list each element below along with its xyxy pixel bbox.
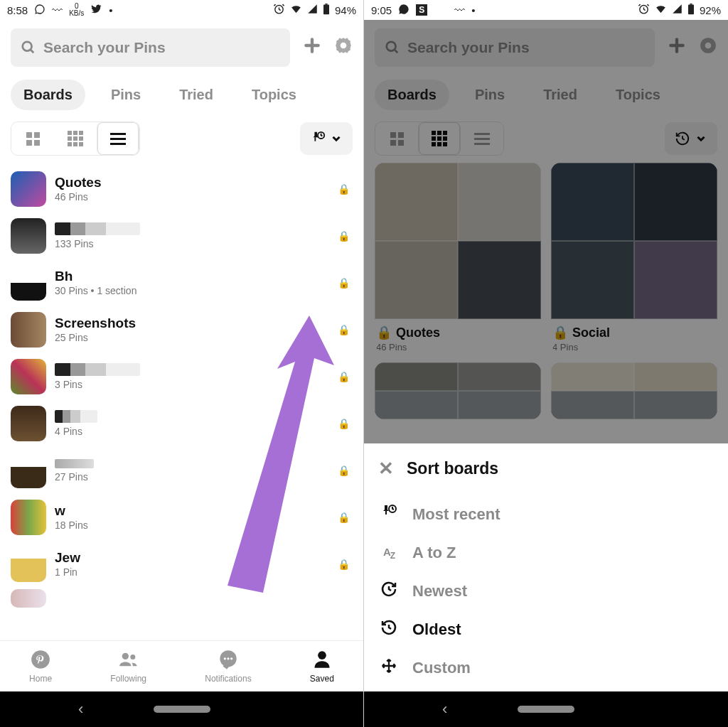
lock-icon: 🔒 [338,324,353,335]
list-item[interactable]: Jew1 Pin🔒 [11,541,353,588]
board-sub: 18 Pins [55,519,329,531]
svg-point-11 [224,657,226,659]
sheet-title: Sort boards [407,459,498,478]
close-button[interactable]: ✕ [378,458,394,480]
list-item[interactable]: w18 Pins🔒 [11,494,353,541]
nav-notifications[interactable]: Notifications [205,650,251,684]
twitter-icon [90,3,102,17]
tab-tried[interactable]: Tried [166,80,226,110]
clock-back-icon [378,619,400,640]
sort-label: Newest [412,582,467,601]
sort-option-most-recent[interactable]: Most recent [378,495,714,534]
list-item[interactable]: Bh30 Pins • 1 section🔒 [11,259,353,306]
redacted-title [55,363,140,376]
board-title: w [55,504,329,519]
nav-label: Following [110,674,146,684]
tab-pins[interactable]: Pins [98,80,154,110]
sort-option-oldest[interactable]: Oldest [378,610,714,649]
dot-icon: • [109,4,112,16]
pushpin-clock-icon [310,131,326,146]
app-icon: S [416,4,427,16]
board-title: Bh [55,269,329,284]
gear-icon [334,36,353,55]
svg-rect-17 [690,4,692,5]
mustache-icon: 〰 [454,4,465,16]
list-item[interactable]: 4 Pins🔒 [11,400,353,447]
svg-point-12 [227,657,229,659]
search-placeholder: Search your Pins [43,39,166,56]
svg-point-9 [130,655,135,659]
list-item[interactable]: 133 Pins🔒 [11,212,353,259]
add-button[interactable] [303,36,321,60]
sort-option-newest[interactable]: Newest [378,572,714,610]
search-icon [21,40,36,55]
svg-point-13 [230,657,232,659]
sort-option-custom[interactable]: Custom [378,649,714,687]
lock-icon: 🔒 [338,371,353,382]
sort-label: A to Z [412,544,456,562]
list-item[interactable] [11,588,353,609]
list-item[interactable]: 27 Pins🔒 [11,447,353,494]
tab-boards[interactable]: Boards [11,80,85,110]
home-pill[interactable] [154,706,210,713]
svg-rect-1 [323,4,329,14]
view-list[interactable] [97,122,139,155]
pinterest-icon [31,650,50,672]
grid2-icon [26,132,40,146]
nav-saved[interactable]: Saved [310,650,334,684]
clock: 9:05 [371,4,392,16]
board-sub: 1 Pin [55,566,329,578]
left-screenshot: 8:58 〰 0KB/s • [0,0,364,727]
back-button[interactable]: ‹ [78,700,83,718]
wifi-icon [655,3,667,17]
status-bar: 8:58 〰 0KB/s • [0,0,363,20]
settings-button[interactable] [334,36,353,60]
lock-icon: 🔒 [338,277,353,289]
list-item[interactable]: 3 Pins🔒 [11,353,353,400]
board-sub: 4 Pins [55,426,329,437]
redacted-title [55,222,140,235]
lock-icon: 🔒 [338,559,353,570]
back-button[interactable]: ‹ [442,700,447,718]
nav-home[interactable]: Home [29,650,52,684]
sort-button[interactable] [300,122,353,155]
boards-list[interactable]: Quotes46 Pins🔒 133 Pins🔒 Bh30 Pins • 1 s… [0,163,363,640]
chevron-down-icon [330,132,343,145]
battery-icon [687,4,695,17]
lock-icon: 🔒 [338,418,353,429]
signal-icon [307,4,318,16]
nav-following[interactable]: Following [110,650,146,684]
svg-point-7 [31,650,50,669]
android-nav: ‹ [364,691,728,727]
view-toggle [11,122,140,156]
board-sub: 3 Pins [55,379,329,390]
svg-point-4 [341,43,347,49]
battery-icon [323,4,330,17]
battery-percent: 92% [700,4,721,16]
clock: 8:58 [7,4,28,16]
sort-option-a-to-z[interactable]: AZ A to Z [378,534,714,572]
list-item[interactable]: Quotes46 Pins🔒 [11,166,353,212]
list-item[interactable]: Screenshots25 Pins🔒 [11,306,353,353]
search-input[interactable]: Search your Pins [11,28,290,67]
redacted-title [55,459,94,468]
board-title: Screenshots [55,316,329,331]
view-large-grid[interactable] [11,122,54,155]
board-sub: 27 Pins [55,471,329,483]
mustache-icon: 〰 [52,4,63,16]
whatsapp-icon [34,4,46,17]
home-pill[interactable] [518,706,574,713]
nav-label: Home [29,674,52,684]
lock-icon: 🔒 [338,465,353,476]
svg-point-14 [318,651,326,659]
sort-label: Oldest [412,620,461,639]
battery-percent: 94% [335,4,356,16]
sort-label: Custom [412,659,471,677]
board-sub: 30 Pins • 1 section [55,285,329,296]
view-small-grid[interactable] [54,122,97,155]
svg-point-8 [122,652,128,659]
alarm-icon [273,3,285,17]
bottom-nav: Home Following Notifications Saved [0,640,363,691]
tab-topics[interactable]: Topics [239,80,309,110]
dot-icon: • [471,4,475,16]
